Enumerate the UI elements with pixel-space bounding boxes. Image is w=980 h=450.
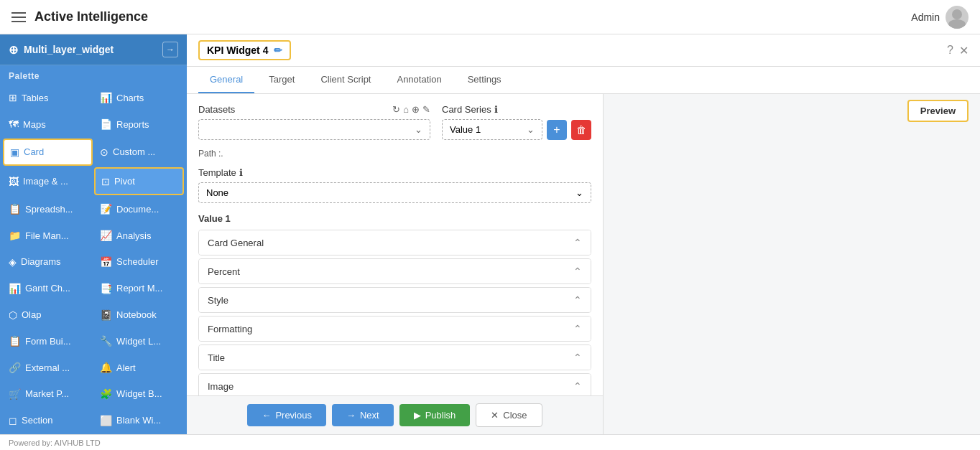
config-body: Datasets ↻ ⌂ ⊕ ✎ ⌄ xyxy=(187,94,603,395)
close-widget-button[interactable]: ✕ xyxy=(959,44,969,57)
accordion-percent: Percent ⌃ xyxy=(198,258,591,284)
sidebar-item-fileman[interactable]: 📁 File Man... xyxy=(3,223,93,248)
section-label: Section xyxy=(22,415,52,426)
image-icon: 🖼 xyxy=(9,176,19,187)
reports-icon: 📄 xyxy=(100,118,112,130)
accordion-style-label: Style xyxy=(208,295,228,306)
sidebar-item-scheduler[interactable]: 📅 Scheduler xyxy=(94,250,184,275)
alert-icon: 🔔 xyxy=(100,362,112,373)
template-label-row: Template ℹ xyxy=(198,167,591,178)
olap-label: Olap xyxy=(22,309,41,320)
sidebar-item-spreadsheet[interactable]: 📋 Spreadsh... xyxy=(3,197,93,222)
palette-grid: ⊞ Tables 📊 Charts 🗺 Maps 📄 Reports ▣ Car… xyxy=(0,84,187,434)
sidebar-item-diagrams[interactable]: ◈ Diagrams xyxy=(3,250,93,275)
accordion-formatting-chevron: ⌃ xyxy=(573,323,582,334)
maps-label: Maps xyxy=(23,119,46,130)
accordion-image: Image ⌃ xyxy=(198,373,591,395)
topbar-right: Admin xyxy=(911,6,969,29)
sidebar-item-olap[interactable]: ⬡ Olap xyxy=(3,302,93,327)
hamburger-menu[interactable] xyxy=(11,12,26,22)
sidebar-item-external[interactable]: 🔗 External ... xyxy=(3,355,93,380)
widgetb-label: Widget B... xyxy=(116,388,162,399)
panel-split: Datasets ↻ ⌂ ⊕ ✎ ⌄ xyxy=(187,94,980,434)
spreadsheet-icon: 📋 xyxy=(9,203,21,215)
accordion-style-header[interactable]: Style ⌃ xyxy=(199,288,591,312)
accordion-card-general-label: Card General xyxy=(208,238,264,248)
custom-label: Custom ... xyxy=(113,146,155,157)
sidebar-item-image[interactable]: 🖼 Image & ... xyxy=(3,167,93,195)
sidebar-title: ⊕ Multi_layer_widget xyxy=(9,43,114,57)
notebook-icon: 📓 xyxy=(100,309,112,321)
sidebar-item-formbui[interactable]: 📋 Form Bui... xyxy=(3,329,93,354)
datasets-select[interactable]: ⌄ xyxy=(198,119,430,140)
accordion-title-header[interactable]: Title ⌃ xyxy=(199,345,591,370)
main-layout: ⊕ Multi_layer_widget → Palette ⊞ Tables … xyxy=(0,34,980,434)
edit-widget-title-icon[interactable]: ✏ xyxy=(274,44,282,56)
widget-title: KPI Widget 4 xyxy=(207,44,268,56)
accordion-card-general: Card General ⌃ xyxy=(198,230,591,256)
path-row: Path :. xyxy=(198,149,591,159)
sidebar-item-widgetb[interactable]: 🧩 Widget B... xyxy=(94,381,184,406)
accordion-formatting-header[interactable]: Formatting ⌃ xyxy=(199,317,591,341)
sidebar-item-pivot[interactable]: ⊡ Pivot xyxy=(94,167,184,195)
card-series-select[interactable]: Value 1 ⌄ xyxy=(442,119,542,140)
pivot-label: Pivot xyxy=(114,176,135,187)
tab-settings[interactable]: Settings xyxy=(456,67,513,93)
tables-label: Tables xyxy=(22,93,49,103)
pivot-icon: ⊡ xyxy=(101,176,110,187)
next-button[interactable]: → Next xyxy=(332,404,394,426)
card-series-info-icon: ℹ xyxy=(494,104,498,115)
svg-point-1 xyxy=(948,19,966,29)
sidebar-item-card[interactable]: ▣ Card xyxy=(3,139,93,167)
avatar[interactable] xyxy=(946,6,969,29)
sidebar-item-custom[interactable]: ⊙ Custom ... xyxy=(94,139,184,167)
sidebar-item-blankwi[interactable]: ⬜ Blank Wi... xyxy=(94,408,184,433)
sidebar-item-charts[interactable]: 📊 Charts xyxy=(94,85,184,111)
accordion-percent-header[interactable]: Percent ⌃ xyxy=(199,259,591,283)
sidebar-item-section[interactable]: ◻ Section xyxy=(3,408,93,433)
close-button[interactable]: ✕ Close xyxy=(476,403,542,427)
card-icon: ▣ xyxy=(10,146,19,158)
tab-annotation[interactable]: Annotation xyxy=(385,67,453,93)
add-card-series-button[interactable]: + xyxy=(547,120,567,140)
admin-label: Admin xyxy=(911,11,940,23)
sidebar-item-reports[interactable]: 📄 Reports xyxy=(94,112,184,137)
publish-button[interactable]: ▶ Publish xyxy=(399,404,471,426)
sidebar-item-reportm[interactable]: 📑 Report M... xyxy=(94,276,184,301)
add-dataset-icon[interactable]: ⊕ xyxy=(412,104,420,115)
sidebar-expand-button[interactable]: → xyxy=(162,42,178,57)
config-footer: ← Previous → Next ▶ Publish ✕ Close xyxy=(187,395,603,434)
accordion-style-chevron: ⌃ xyxy=(573,294,582,306)
sidebar-item-alert[interactable]: 🔔 Alert xyxy=(94,355,184,380)
sidebar-item-marketp[interactable]: 🛒 Market P... xyxy=(3,381,93,406)
config-panel: Datasets ↻ ⌂ ⊕ ✎ ⌄ xyxy=(187,94,604,434)
sidebar-item-maps[interactable]: 🗺 Maps xyxy=(3,112,93,137)
tab-clientscript[interactable]: Client Script xyxy=(309,67,382,93)
external-icon: 🔗 xyxy=(9,362,21,373)
sidebar-item-widgetl[interactable]: 🔧 Widget L... xyxy=(94,329,184,354)
home-dataset-icon[interactable]: ⌂ xyxy=(403,104,409,115)
sidebar-item-gantt[interactable]: 📊 Gantt Ch... xyxy=(3,276,93,301)
sidebar-item-analysis[interactable]: 📈 Analysis xyxy=(94,223,184,248)
tab-target[interactable]: Target xyxy=(257,67,306,93)
refresh-dataset-icon[interactable]: ↻ xyxy=(392,104,400,115)
sidebar-item-document[interactable]: 📝 Docume... xyxy=(94,197,184,222)
accordion-image-header[interactable]: Image ⌃ xyxy=(199,374,591,395)
edit-dataset-icon[interactable]: ✎ xyxy=(422,104,430,115)
footer-text: Powered by: AIVHUB LTD xyxy=(9,439,101,447)
sidebar-item-notebook[interactable]: 📓 Notebook xyxy=(94,302,184,327)
tab-general[interactable]: General xyxy=(198,67,254,93)
fileman-label: File Man... xyxy=(25,230,69,241)
help-button[interactable]: ? xyxy=(947,44,953,57)
delete-card-series-button[interactable]: 🗑 xyxy=(571,120,591,140)
previous-button[interactable]: ← Previous xyxy=(247,404,326,426)
preview-header: Preview xyxy=(604,94,980,128)
fileman-icon: 📁 xyxy=(9,230,21,241)
accordion-title-label: Title xyxy=(208,352,225,363)
card-series-label-row: Card Series ℹ xyxy=(442,104,591,115)
accordion-card-general-header[interactable]: Card General ⌃ xyxy=(199,230,591,255)
template-select[interactable]: None ⌄ xyxy=(198,182,591,203)
preview-button[interactable]: Preview xyxy=(907,100,969,122)
sidebar-item-tables[interactable]: ⊞ Tables xyxy=(3,85,93,111)
template-info-icon: ℹ xyxy=(239,167,243,178)
